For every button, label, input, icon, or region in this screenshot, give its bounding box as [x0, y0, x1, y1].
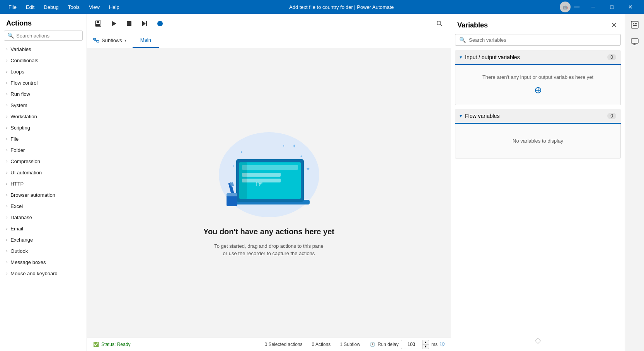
save-button[interactable]: [92, 17, 105, 30]
action-item-message-boxes[interactable]: ›Message boxes: [0, 257, 87, 268]
maximize-button[interactable]: □: [603, 0, 621, 14]
menu-bar[interactable]: File Edit Debug Tools View Help: [5, 3, 123, 12]
menu-tools[interactable]: Tools: [64, 3, 83, 12]
check-icon: ✅: [93, 342, 99, 347]
center-panel: Subflows ▾ Main ✦ ✦ ✦ ✦ ✦ ✦: [87, 14, 451, 351]
action-chevron-icon: ›: [6, 137, 7, 141]
input-output-section-title: Input / output variables: [465, 54, 604, 60]
action-item-label: UI automation: [10, 170, 42, 176]
diamond-icon: ◇: [535, 336, 541, 345]
subflows-tab[interactable]: Subflows ▾: [87, 33, 133, 48]
action-chevron-icon: ›: [6, 126, 7, 130]
search-actions-input[interactable]: [16, 33, 81, 39]
search-variables-input[interactable]: [469, 37, 617, 43]
action-item-label: HTTP: [10, 181, 24, 187]
action-item-mouse-and-keyboard[interactable]: ›Mouse and keyboard: [0, 268, 87, 279]
laptop-illustration: ✦ ✦ ✦ ✦ ✦ ✦: [217, 136, 323, 219]
action-item-browser-automation[interactable]: ›Browser automation: [0, 189, 87, 201]
action-item-workstation[interactable]: ›Workstation: [0, 111, 87, 122]
action-item-label: Scripting: [10, 125, 30, 131]
actions-list: ›Variables›Conditionals›Loops›Flow contr…: [0, 44, 87, 351]
action-item-folder[interactable]: ›Folder: [0, 145, 87, 156]
status-label: Status: Ready: [101, 342, 130, 347]
window-controls[interactable]: ─ □ ✕: [584, 0, 639, 14]
action-item-label: Mouse and keyboard: [10, 271, 57, 276]
canvas-title: You don't have any actions here yet: [203, 227, 334, 236]
run-delay-field[interactable]: 100 ▲ ▼: [401, 340, 429, 349]
title-bar: File Edit Debug Tools View Help Add text…: [0, 0, 644, 14]
minimize-button[interactable]: ─: [584, 0, 602, 14]
menu-debug[interactable]: Debug: [40, 3, 62, 12]
flow-variables-chevron-icon: ▾: [460, 113, 462, 119]
action-item-file[interactable]: ›File: [0, 133, 87, 145]
action-item-flow-control[interactable]: ›Flow control: [0, 77, 87, 89]
monitor-sidebar-icon[interactable]: [627, 34, 642, 49]
action-chevron-icon: ›: [6, 204, 7, 208]
stop-button[interactable]: [123, 17, 136, 30]
action-item-ui-automation[interactable]: ›UI automation: [0, 167, 87, 178]
search-icon: 🔍: [7, 32, 14, 39]
run-delay-spinner[interactable]: ▲ ▼: [422, 340, 429, 349]
menu-file[interactable]: File: [5, 3, 20, 12]
action-chevron-icon: ›: [6, 249, 7, 253]
variables-bottom: ◇: [451, 329, 625, 351]
next-button[interactable]: [138, 17, 151, 30]
search-variables-box[interactable]: 🔍: [455, 34, 621, 46]
menu-view[interactable]: View: [85, 3, 104, 12]
increment-button[interactable]: ▲: [422, 340, 429, 344]
action-chevron-icon: ›: [6, 103, 7, 107]
run-delay-wrap: 🕐 Run delay 100 ▲ ▼ ms ⓘ: [370, 340, 445, 349]
menu-help[interactable]: Help: [105, 3, 123, 12]
action-item-label: Email: [10, 226, 23, 232]
svg-line-9: [441, 24, 443, 26]
search-toolbar-button[interactable]: [433, 17, 446, 30]
action-item-excel[interactable]: ›Excel: [0, 201, 87, 212]
input-output-section-header[interactable]: ▾ Input / output variables 0: [455, 50, 621, 65]
action-item-compression[interactable]: ›Compression: [0, 156, 87, 167]
action-chevron-icon: ›: [6, 182, 7, 186]
svg-text:✦: ✦: [306, 166, 310, 172]
main-tab[interactable]: Main: [133, 33, 159, 48]
action-item-http[interactable]: ›HTTP: [0, 178, 87, 189]
menu-edit[interactable]: Edit: [22, 3, 38, 12]
svg-marker-5: [142, 21, 146, 26]
input-output-section: ▾ Input / output variables 0 There aren'…: [455, 50, 621, 105]
play-button[interactable]: [107, 17, 120, 30]
action-chevron-icon: ›: [6, 170, 7, 175]
action-item-outlook[interactable]: ›Outlook: [0, 245, 87, 257]
status-ready: ✅ Status: Ready: [93, 342, 130, 347]
action-item-system[interactable]: ›System: [0, 100, 87, 111]
app-body: Actions 🔍 ›Variables›Conditionals›Loops›…: [0, 14, 644, 351]
action-item-email[interactable]: ›Email: [0, 223, 87, 234]
flow-variables-section-header[interactable]: ▾ Flow variables 0: [455, 109, 621, 124]
record-button[interactable]: [153, 17, 167, 30]
svg-rect-29: [227, 193, 237, 196]
flow-variables-empty-text: No variables to display: [513, 138, 563, 144]
run-delay-input[interactable]: 100: [401, 340, 422, 349]
action-item-label: Database: [10, 215, 32, 220]
action-item-conditionals[interactable]: ›Conditionals: [0, 55, 87, 66]
action-item-loops[interactable]: ›Loops: [0, 66, 87, 77]
decrement-button[interactable]: ▼: [422, 344, 429, 349]
input-output-empty-text: There aren't any input or output variabl…: [482, 74, 593, 80]
variables-sidebar-icon[interactable]: [627, 17, 642, 32]
action-item-scripting[interactable]: ›Scripting: [0, 122, 87, 133]
search-actions-box[interactable]: 🔍: [4, 31, 83, 41]
action-chevron-icon: ›: [6, 227, 7, 231]
action-chevron-icon: ›: [6, 215, 7, 220]
action-item-label: Outlook: [10, 248, 28, 254]
var-search-icon: 🔍: [459, 37, 466, 43]
svg-rect-31: [633, 23, 634, 24]
action-item-database[interactable]: ›Database: [0, 212, 87, 223]
add-variable-icon[interactable]: ⊕: [534, 85, 542, 95]
variables-close-button[interactable]: ✕: [610, 19, 618, 31]
action-item-exchange[interactable]: ›Exchange: [0, 234, 87, 245]
info-icon[interactable]: ⓘ: [440, 341, 445, 348]
subflows-chevron-icon: ▾: [124, 38, 126, 43]
canvas-subtitle: To get started, drag and drop actions to…: [214, 242, 324, 257]
action-item-variables[interactable]: ›Variables: [0, 44, 87, 55]
svg-text:✦: ✦: [283, 145, 285, 147]
flow-variables-count: 0: [607, 113, 616, 119]
action-item-run-flow[interactable]: ›Run flow: [0, 89, 87, 100]
close-button[interactable]: ✕: [622, 0, 639, 14]
